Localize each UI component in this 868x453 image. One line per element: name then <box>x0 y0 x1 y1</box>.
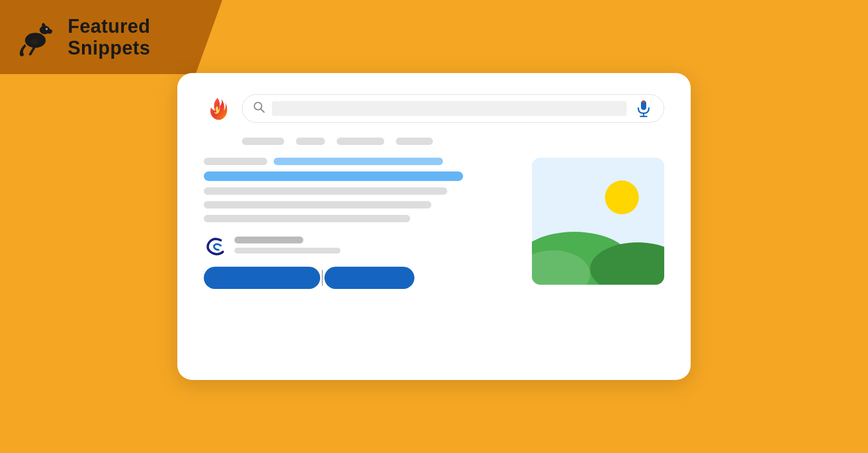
search-row <box>204 94 664 123</box>
nav-tab-2[interactable] <box>296 138 325 145</box>
source-text-group <box>234 237 340 253</box>
source-subtitle <box>234 248 340 253</box>
search-input[interactable] <box>272 101 627 116</box>
svg-point-4 <box>37 44 39 47</box>
content-line-1 <box>204 158 516 165</box>
text-content <box>204 158 516 289</box>
svg-line-9 <box>261 109 264 112</box>
search-bar[interactable] <box>242 94 664 123</box>
content-area <box>204 158 664 289</box>
primary-button[interactable] <box>204 267 320 289</box>
kangaroo-icon <box>11 16 58 58</box>
content-line-5 <box>204 215 516 222</box>
action-buttons <box>204 267 516 289</box>
content-line-4 <box>204 201 516 209</box>
nav-tab-4[interactable] <box>396 138 433 145</box>
main-card <box>177 73 691 380</box>
featured-title: Featured Snippets <box>68 15 150 59</box>
svg-point-5 <box>31 39 38 45</box>
nav-tab-1[interactable] <box>242 138 284 145</box>
image-thumbnail <box>532 158 664 285</box>
content-line-3 <box>204 187 516 195</box>
nav-tab-3[interactable] <box>337 138 384 145</box>
source-row <box>204 234 516 256</box>
svg-point-13 <box>643 101 645 103</box>
button-divider <box>322 270 323 286</box>
flame-logo-icon <box>204 95 231 122</box>
nav-tabs-row <box>204 138 664 145</box>
mic-icon[interactable] <box>634 99 653 118</box>
content-line-2 <box>204 171 516 181</box>
featured-banner: Featured Snippets <box>0 0 222 74</box>
svg-point-7 <box>46 29 47 30</box>
source-logo-icon <box>204 234 226 256</box>
secondary-button[interactable] <box>324 267 414 289</box>
svg-point-15 <box>605 180 639 214</box>
source-title <box>234 237 303 243</box>
svg-point-2 <box>47 29 52 34</box>
search-icon <box>253 101 265 116</box>
